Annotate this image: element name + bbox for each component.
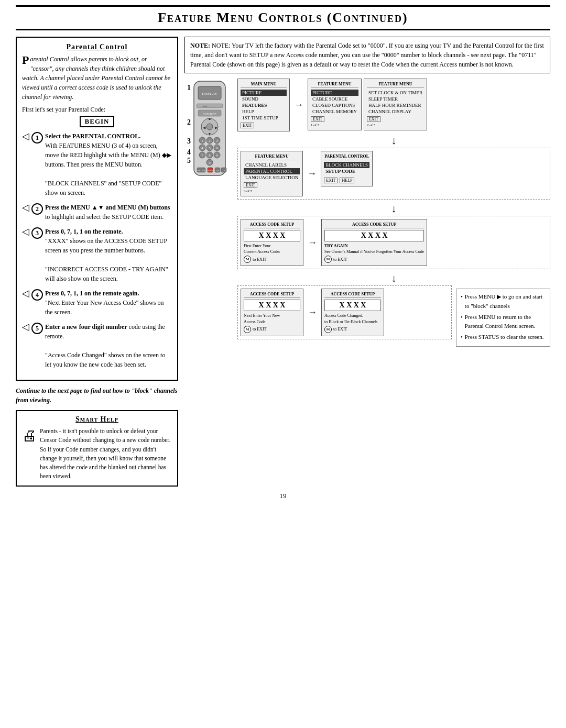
remote-step-3-label: 3	[187, 137, 191, 146]
step-1-detail: With FEATURES MENU (3 of 4) on screen, m…	[45, 142, 171, 168]
step-2-content: Press the MENU ▲▼ and MENU (M) buttons t…	[45, 203, 172, 222]
svg-text:0: 0	[209, 161, 211, 165]
svg-text:8: 8	[209, 153, 211, 158]
xxxx-2: X X X X	[324, 230, 424, 241]
step-5-bold: Enter a new four digit number	[45, 323, 127, 330]
svg-text:5: 5	[209, 146, 211, 150]
page-number: 19	[16, 492, 550, 500]
m-btn-3: M	[244, 326, 251, 333]
row3-screens: ACCESS CODE SETUP X X X X First Enter Yo…	[241, 219, 547, 266]
step-3-detail2: "INCORRECT ACCESS CODE - TRY AGAIN" will…	[45, 266, 168, 282]
smart-help-icon: 🖨	[22, 427, 37, 444]
parental-control-box: Parental Control P arental Control allow…	[16, 37, 178, 381]
continue-text: Continue to the next page to find out ho…	[16, 386, 178, 405]
to-exit-1: M to EXIT	[244, 256, 300, 263]
feature-menu-screens-row1: FEATURE MENU PICTURE CABLE SOURCE CLOSED…	[308, 79, 427, 130]
step-3-content: Press 0, 7, 1, 1 on the remote. "XXXX" s…	[45, 227, 172, 283]
access-title-3: ACCESS CODE SETUP	[244, 292, 300, 298]
access-screen-3: ACCESS CODE SETUP X X X X Next Enter You…	[241, 289, 303, 336]
smart-help-title: Smart Help	[22, 415, 172, 424]
pc-bottom-row: EXIT HELP	[324, 176, 369, 183]
xxxx-4: X X X X	[324, 300, 381, 311]
step-4-circle: 4	[31, 289, 43, 301]
note-label: NOTE:	[190, 42, 212, 49]
parental-ctrl-title: PARENTAL CONTROL	[324, 154, 369, 160]
remote-svg: DISPLAY PIP ............. TUNER PIP ▲ ▼ …	[189, 79, 231, 183]
page-container: Feature Menu Controls (Continued) Parent…	[10, 0, 556, 505]
svg-text:2: 2	[209, 139, 211, 143]
access-sub-1: First Enter Your Current Access Code:	[244, 243, 300, 255]
page-title: Feature Menu Controls (Continued)	[16, 5, 550, 30]
main-menu-help: HELP	[241, 108, 287, 115]
arrow-down-2: ↓	[237, 203, 550, 215]
step-2-detail: to highlight and select the SETUP CODE i…	[45, 213, 164, 220]
intro-italic-text: arental Control allows parents to block …	[22, 56, 170, 101]
arrow-row3: →	[307, 237, 318, 248]
begin-label: BEGIN	[80, 116, 115, 127]
row1-screens: MAIN MENU PICTURE SOUND FEATURES HELP 1S…	[237, 79, 550, 131]
smart-help-text: Parents - it isn't possible to unlock or…	[40, 427, 172, 481]
bullet-text-1: Press MENU ▶ to go on and start to "bloc…	[465, 292, 546, 311]
intro-paragraph: P arental Control allows parents to bloc…	[22, 54, 172, 102]
svg-text:3: 3	[216, 139, 218, 143]
step-1-circle: 1	[31, 132, 43, 144]
fm1-channel: CHANNEL MEMORY	[311, 108, 358, 115]
fm2-exit: EXIT	[367, 116, 380, 122]
access-title-2: ACCESS CODE SETUP	[324, 222, 424, 228]
main-menu-screen: MAIN MENU PICTURE SOUND FEATURES HELP 1S…	[237, 79, 290, 131]
pc-exit: EXIT	[324, 178, 338, 183]
begin-box-container: BEGIN	[22, 116, 172, 127]
svg-text:7: 7	[201, 153, 203, 158]
svg-text:WEB: WEB	[207, 169, 213, 172]
m-btn-4: M	[324, 326, 332, 333]
to-exit-2: M to EXIT	[324, 256, 424, 263]
svg-text:1: 1	[201, 139, 203, 143]
fm1-picture: PICTURE	[311, 90, 358, 96]
smart-help-box: Smart Help 🖨 Parents - it isn't possible…	[16, 410, 178, 487]
row4-screens: ACCESS CODE SETUP X X X X Next Enter You…	[241, 289, 449, 336]
step-2-circle: 2	[31, 203, 43, 215]
access-screen-4: ACCESS CODE SETUP X X X X Access Code Ch…	[321, 289, 384, 336]
row2-dashed: FEATURE MENU CHANNEL LABELS PARENTAL CON…	[237, 148, 550, 200]
feature-menu-screen2: FEATURE MENU SET CLOCK & ON TIMER SLEEP …	[364, 79, 427, 130]
svg-text:DISPLAY: DISPLAY	[202, 92, 217, 96]
fm3-labels: CHANNEL LABELS	[244, 162, 300, 168]
main-menu-features: FEATURES	[241, 102, 287, 108]
step-4-detail: "Next Enter Your New Access Code" shows …	[45, 299, 164, 316]
svg-text:6: 6	[216, 146, 218, 150]
step-3-bold: Press 0, 7, 1, 1 on the remote.	[45, 228, 123, 235]
svg-text:▼: ▼	[208, 132, 211, 136]
arrow-row2: →	[306, 168, 318, 179]
access-title-1: ACCESS CODE SETUP	[244, 222, 300, 228]
m-btn-1: M	[244, 256, 251, 263]
svg-text:4: 4	[201, 146, 203, 150]
to-exit-3: M to EXIT	[244, 326, 300, 333]
note-box: NOTE: NOTE: Your TV left the factory wit…	[184, 37, 550, 73]
fm2-halfhour: HALF HOUR REMINDER	[367, 102, 424, 108]
remote-step-5-label: 5	[187, 157, 191, 165]
bullet-dot-2: •	[461, 313, 463, 331]
bullet-dot-1: •	[461, 292, 463, 311]
bullet-dot-3: •	[461, 333, 463, 342]
bullet-item-2: • Press MENU to return to the Parental C…	[461, 313, 546, 331]
access-screen-2: ACCESS CODE SETUP X X X X TRY AGAIN See …	[321, 219, 427, 266]
parental-ctrl-screen: PARENTAL CONTROL BLOCK CHANNELS SETUP CO…	[321, 151, 373, 186]
m-btn-2: M	[324, 256, 332, 263]
access-sub-3: Next Enter Your New Access Code.	[244, 313, 300, 324]
main-menu-sound: SOUND	[241, 96, 287, 102]
main-menu-setup: 1ST TIME SETUP	[241, 115, 287, 121]
feature-menu-title1: FEATURE MENU	[311, 82, 358, 88]
fm1-cable: CABLE SOURCE	[311, 96, 358, 102]
bullet-list: • Press MENU ▶ to go on and start to "bl…	[456, 289, 550, 347]
row4-layout: ACCESS CODE SETUP X X X X Next Enter You…	[237, 285, 550, 347]
feature-menu-title2: FEATURE MENU	[367, 82, 424, 88]
step-1-content: Select the PARENTAL CONTROL. With FEATUR…	[45, 131, 172, 197]
fm1-closed: CLOSED CAPTIONS	[311, 102, 358, 108]
row4-dashed: ACCESS CODE SETUP X X X X Next Enter You…	[237, 285, 452, 339]
to-exit-4: M to EXIT	[324, 326, 381, 333]
svg-text:▲: ▲	[208, 117, 211, 121]
pc-help: HELP	[340, 178, 354, 183]
bullet-item-1: • Press MENU ▶ to go on and start to "bl…	[461, 292, 546, 311]
arrow-row1: →	[293, 100, 304, 111]
step-2-bold: Press the MENU ▲▼ and MENU (M) buttons	[45, 204, 170, 211]
